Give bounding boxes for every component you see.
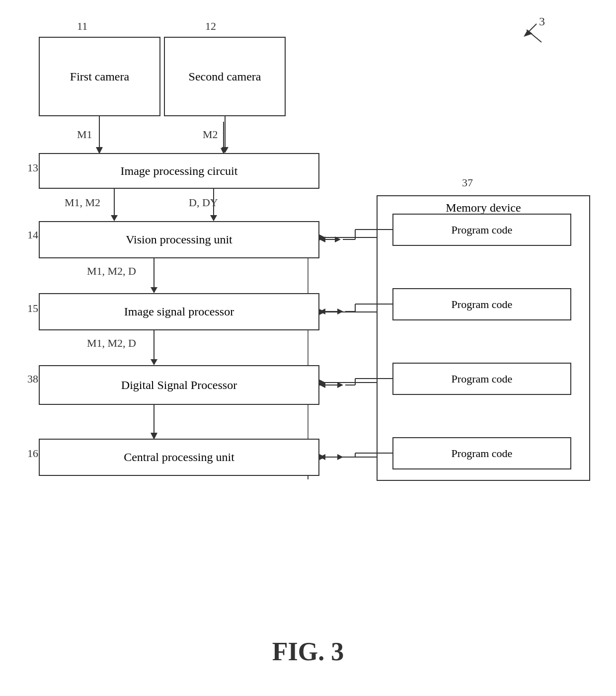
image-processing-box: Image processing circuit — [39, 153, 319, 189]
second-camera-box: Second camera — [164, 37, 286, 116]
digital-signal-box: Digital Signal Processor — [39, 365, 319, 405]
image-signal-box: Image signal processor — [39, 293, 319, 330]
central-processing-box: Central processing unit — [39, 439, 319, 476]
svg-marker-11 — [151, 359, 157, 365]
svg-marker-25 — [319, 380, 325, 386]
ref16-label: 16 — [27, 447, 38, 460]
svg-marker-9 — [151, 287, 157, 293]
ref15-label: 15 — [27, 302, 38, 315]
svg-marker-7 — [211, 215, 217, 221]
program-code-4-box: Program code — [392, 437, 571, 469]
ddy-label: D, DY — [189, 196, 218, 209]
program-code-3-box: Program code — [392, 363, 571, 395]
ref37-label: 37 — [462, 176, 473, 189]
m2-label: M2 — [203, 128, 218, 141]
figure-label: FIG. 3 — [272, 637, 344, 666]
m1m2-label: M1, M2 — [65, 196, 100, 209]
svg-marker-5 — [111, 215, 117, 221]
ref14-label: 14 — [27, 229, 38, 241]
m1m2d-label2: M1, M2, D — [87, 337, 136, 350]
svg-marker-17 — [319, 234, 325, 240]
svg-marker-21 — [319, 309, 325, 315]
svg-marker-29 — [319, 454, 325, 460]
m1m2d-label1: M1, M2, D — [87, 265, 136, 278]
ref11-label: 11 — [77, 20, 87, 33]
ref12-label: 12 — [205, 20, 216, 33]
diagram: 3 11 12 First camera Second camera M1 M2… — [0, 0, 616, 696]
first-camera-box: First camera — [39, 37, 160, 116]
program-code-2-box: Program code — [392, 288, 571, 320]
svg-line-30 — [527, 30, 541, 42]
memory-device-label: Memory device — [446, 201, 521, 215]
ref38-label: 38 — [27, 373, 38, 386]
ref3-label: 3 — [539, 15, 545, 28]
ref13-label: 13 — [27, 161, 38, 174]
vision-processing-box: Vision processing unit — [39, 221, 319, 258]
m1-label: M1 — [77, 128, 92, 141]
program-code-1-box: Program code — [392, 214, 571, 246]
